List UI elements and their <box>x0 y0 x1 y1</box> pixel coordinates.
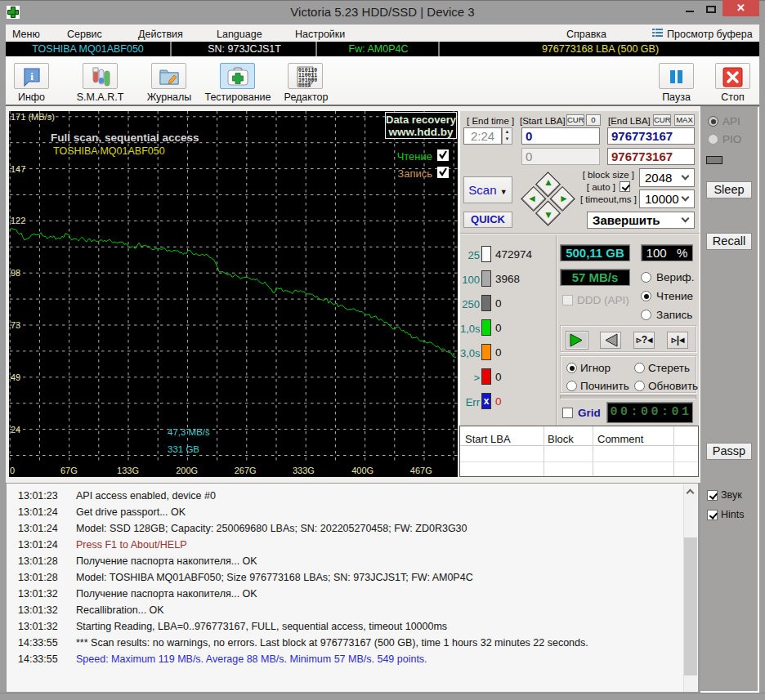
svg-text:267G: 267G <box>235 466 257 475</box>
svg-text:0001: 0001 <box>298 82 311 88</box>
svg-text:TOSHIBA MQ01ABF050: TOSHIBA MQ01ABF050 <box>53 145 165 157</box>
svg-text:467G: 467G <box>410 466 432 475</box>
svg-text:0: 0 <box>10 466 15 475</box>
svg-text:Data recovery: Data recovery <box>386 114 457 126</box>
svg-text:400G: 400G <box>351 466 374 475</box>
svg-text:Запись: Запись <box>397 167 432 180</box>
svg-text:171 (MB/s): 171 (MB/s) <box>11 112 55 122</box>
svg-text:73: 73 <box>11 320 20 330</box>
svg-text:49: 49 <box>11 372 20 382</box>
svg-text:331 GB: 331 GB <box>168 444 199 454</box>
svg-text:i: i <box>30 70 34 82</box>
svg-text:98: 98 <box>11 268 20 278</box>
svg-text:333G: 333G <box>293 466 315 475</box>
svg-text:24: 24 <box>11 425 20 435</box>
svg-text:147: 147 <box>11 164 25 174</box>
svg-text:133G: 133G <box>117 466 139 475</box>
svg-text:47,3 MB/s: 47,3 MB/s <box>168 427 210 437</box>
svg-text:200G: 200G <box>176 466 198 475</box>
svg-text:www.hdd.by: www.hdd.by <box>388 126 454 138</box>
svg-text:67G: 67G <box>60 466 78 475</box>
svg-text:Чтение: Чтение <box>397 150 432 163</box>
svg-text:122: 122 <box>11 216 25 225</box>
svg-text:Full scan, sequential access: Full scan, sequential access <box>51 132 199 144</box>
